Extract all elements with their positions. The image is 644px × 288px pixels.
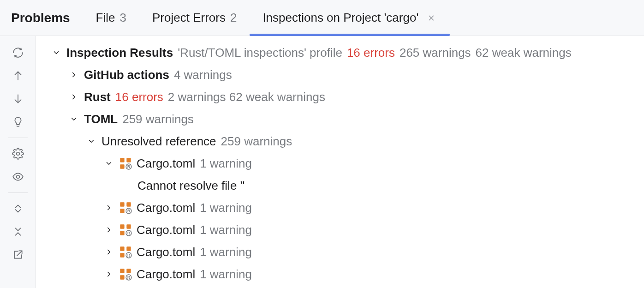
chevron-right-icon[interactable] [103,224,114,235]
file-name: Cargo.toml [137,224,195,236]
tree-message[interactable]: Cannot resolve file '' [36,174,644,197]
rerun-button[interactable] [8,42,28,63]
file-name: Cargo.toml [137,202,195,214]
node-summary: 2 warnings 62 weak warnings [168,91,325,103]
chevron-down-icon[interactable] [51,47,62,58]
expand-all-button[interactable] [8,198,28,219]
node-summary: 259 warnings [221,135,292,147]
file-summary: 1 warning [200,202,252,214]
node-label: Rust [84,91,111,103]
preview-button[interactable] [8,167,28,187]
cargo-file-icon [119,201,132,214]
file-summary: 1 warning [200,157,252,169]
separator [8,192,28,193]
root-weak: 62 weak warnings [476,47,572,59]
toolstrip [0,36,36,288]
cargo-file-icon [119,268,132,281]
file-summary: 1 warning [200,268,252,280]
tree-node-rust[interactable]: Rust 16 errors 2 warnings 62 weak warnin… [36,86,644,108]
tab-count: 3 [120,11,126,25]
tree-file[interactable]: Cargo.toml1 warning [36,241,644,263]
chevron-down-icon[interactable] [103,158,114,169]
root-errors: 16 errors [347,47,395,59]
inspection-tree: Inspection Results 'Rust/TOML inspection… [36,36,644,288]
root-warnings: 265 warnings [400,47,471,59]
file-name: Cargo.toml [137,157,195,169]
node-label: GitHub actions [84,69,169,81]
node-summary: 259 warnings [122,113,194,125]
tab-label: Inspections on Project 'cargo' [262,11,418,25]
chevron-down-icon[interactable] [68,114,79,125]
tree-root[interactable]: Inspection Results 'Rust/TOML inspection… [36,42,644,64]
tab-project-errors[interactable]: Project Errors 2 [139,0,250,36]
node-label: Unresolved reference [101,135,216,147]
tab-file[interactable]: File 3 [83,0,139,36]
tabbar: Problems File 3 Project Errors 2 Inspect… [0,0,644,36]
cargo-file-icon [119,246,132,258]
tab-label: Project Errors [152,11,226,25]
close-icon[interactable] [426,12,437,24]
node-summary: 4 warnings [174,69,232,81]
chevron-down-icon[interactable] [86,136,97,147]
root-profile: 'Rust/TOML inspections' profile [178,47,342,59]
root-title: Inspection Results [66,47,173,59]
previous-button[interactable] [8,66,28,86]
file-name: Cargo.toml [137,246,195,258]
chevron-right-icon[interactable] [68,69,79,80]
intention-button[interactable] [8,112,28,132]
tab-problems[interactable]: Problems [11,0,83,36]
file-summary: 1 warning [200,246,252,258]
file-summary: 1 warning [200,224,252,236]
warning-message: Cannot resolve file '' [137,180,245,192]
tree-file[interactable]: Cargo.toml1 warning [36,197,644,219]
file-name: Cargo.toml [137,268,195,280]
tree-file[interactable]: Cargo.toml1 warning [36,219,644,241]
node-label: TOML [84,113,118,125]
node-errors: 16 errors [115,91,163,103]
chevron-right-icon[interactable] [103,269,114,280]
tree-file-open[interactable]: Cargo.toml 1 warning [36,152,644,174]
tree-node-github[interactable]: GitHub actions 4 warnings [36,64,644,86]
tab-count: 2 [230,11,237,25]
tab-label: File [96,11,115,25]
next-button[interactable] [8,89,28,109]
collapse-all-button[interactable] [8,222,28,242]
settings-button[interactable] [8,144,28,164]
tab-label: Problems [11,11,70,25]
chevron-right-icon[interactable] [103,202,114,213]
chevron-right-icon[interactable] [103,246,114,258]
tree-file[interactable]: Cargo.toml1 warning [36,263,644,285]
tree-node-toml[interactable]: TOML 259 warnings [36,108,644,130]
chevron-right-icon[interactable] [68,91,79,102]
cargo-file-icon [119,157,132,170]
cargo-file-icon [119,223,132,236]
export-button[interactable] [8,245,28,265]
separator [8,138,28,138]
tree-node-unresolved[interactable]: Unresolved reference 259 warnings [36,130,644,152]
tab-inspections[interactable]: Inspections on Project 'cargo' [250,0,450,36]
